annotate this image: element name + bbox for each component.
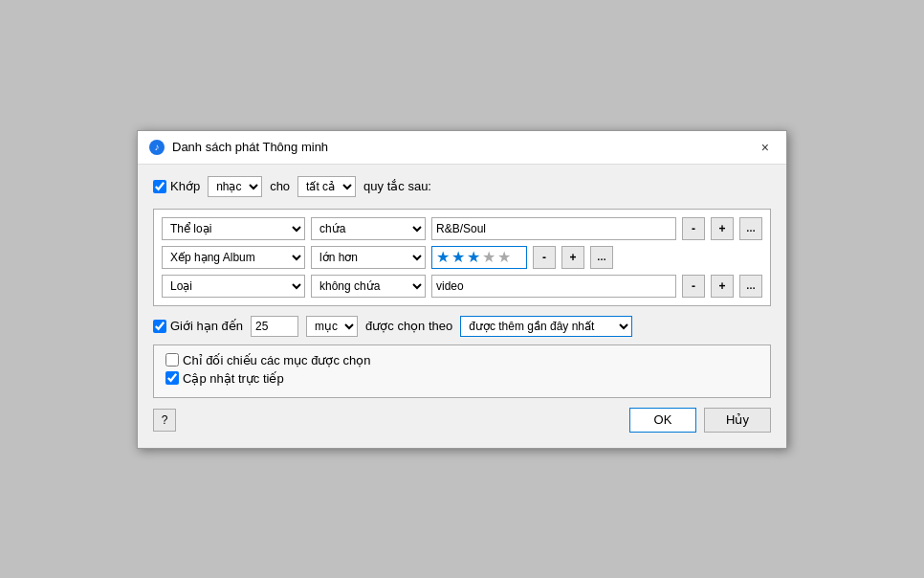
live-update-row: Cập nhật trực tiếp <box>165 371 759 386</box>
cancel-button[interactable]: Hủy <box>704 408 771 433</box>
limit-checkbox[interactable] <box>153 320 166 333</box>
rule-add-btn-1[interactable]: + <box>711 217 734 240</box>
limit-unit-select[interactable]: mục <box>306 316 358 337</box>
stars-rating[interactable]: ★ ★ ★ ★ ★ <box>431 246 527 269</box>
rule-add-btn-3[interactable]: + <box>711 275 734 298</box>
star-4[interactable]: ★ <box>482 248 495 266</box>
live-update-checkbox[interactable] <box>165 371 179 385</box>
title-bar: ♪ Danh sách phát Thông minh × <box>138 131 786 165</box>
rule-field-select-2[interactable]: Xếp hạng Album <box>162 246 305 269</box>
star-1[interactable]: ★ <box>436 248 450 266</box>
star-3[interactable]: ★ <box>467 248 480 266</box>
rules-section: Thể loại chứa - + … Xếp hạng Album lớn h… <box>153 209 771 306</box>
dialog-body: Khớp nhạc cho tất cả quy tắc sau: Thể lo… <box>138 165 786 448</box>
only-checked-label[interactable]: Chỉ đối chiếu các mục được chọn <box>165 353 759 367</box>
rule-add-btn-2[interactable]: + <box>561 246 584 269</box>
rule-value-input-1[interactable] <box>431 217 676 240</box>
sort-select[interactable]: được thêm gần đây nhất <box>460 316 632 337</box>
rule-row: Thể loại chứa - + … <box>162 217 762 240</box>
footer-buttons: OK Hủy <box>629 408 771 433</box>
match-row: Khớp nhạc cho tất cả quy tắc sau: <box>153 176 771 197</box>
help-button[interactable]: ? <box>153 409 176 432</box>
condition-type-select[interactable]: tất cả <box>297 176 356 197</box>
rule-more-btn-2[interactable]: … <box>590 246 613 269</box>
rule-remove-btn-1[interactable]: - <box>682 217 705 240</box>
rule-condition-select-3[interactable]: không chứa <box>311 275 426 298</box>
live-update-label[interactable]: Cập nhật trực tiếp <box>165 371 759 386</box>
rule-value-input-3[interactable] <box>431 275 676 298</box>
only-checked-row: Chỉ đối chiếu các mục được chọn <box>165 353 759 367</box>
star-2[interactable]: ★ <box>451 248 465 266</box>
match-checkbox[interactable] <box>153 180 166 193</box>
options-section: Chỉ đối chiếu các mục được chọn Cập nhật… <box>153 345 771 398</box>
rule-more-btn-3[interactable]: … <box>739 275 762 298</box>
star-5[interactable]: ★ <box>497 248 511 266</box>
smart-playlist-dialog: ♪ Danh sách phát Thông minh × Khớp nhạc … <box>137 130 787 449</box>
footer-row: ? OK Hủy <box>153 408 771 433</box>
rule-condition-select-1[interactable]: chứa <box>311 217 426 240</box>
limit-row: Giới hạn đến mục được chọn theo được thê… <box>153 316 771 337</box>
close-button[interactable]: × <box>756 139 775 156</box>
ok-button[interactable]: OK <box>629 408 696 433</box>
rule-row: Loại không chứa - + … <box>162 275 762 298</box>
match-checkbox-label[interactable]: Khớp <box>153 179 200 193</box>
limit-checkbox-label[interactable]: Giới hạn đến <box>153 319 243 333</box>
rule-remove-btn-2[interactable]: - <box>533 246 556 269</box>
limit-value-input[interactable] <box>251 316 298 337</box>
only-checked-checkbox[interactable] <box>165 353 179 367</box>
title-bar-left: ♪ Danh sách phát Thông minh <box>149 140 328 155</box>
dialog-icon: ♪ <box>149 140 165 155</box>
rule-field-select-3[interactable]: Loại <box>162 275 305 298</box>
dialog-title: Danh sách phát Thông minh <box>172 140 328 154</box>
rule-condition-select-2[interactable]: lớn hơn <box>311 246 426 269</box>
rule-more-btn-1[interactable]: … <box>739 217 762 240</box>
media-type-select[interactable]: nhạc <box>208 176 262 197</box>
rule-row: Xếp hạng Album lớn hơn ★ ★ ★ ★ ★ - + … <box>162 246 762 269</box>
rule-remove-btn-3[interactable]: - <box>682 275 705 298</box>
rule-field-select-1[interactable]: Thể loại <box>162 217 305 240</box>
